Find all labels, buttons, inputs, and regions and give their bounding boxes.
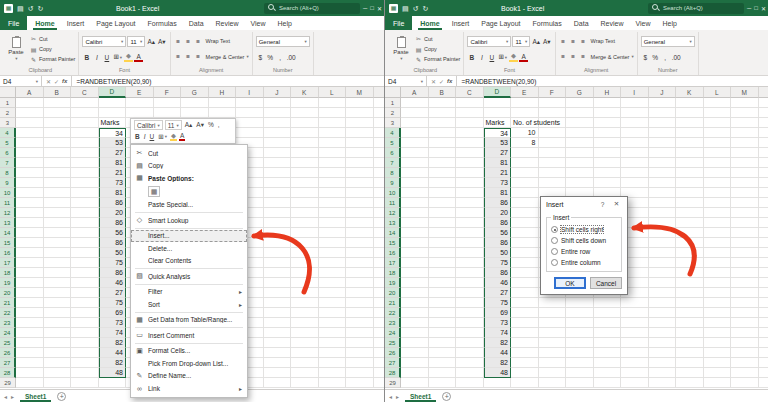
cell-F8[interactable] [539, 168, 567, 178]
cell-A25[interactable] [16, 338, 44, 348]
cell-G9[interactable] [566, 178, 594, 188]
cell-G6[interactable] [566, 148, 594, 158]
cell-L7[interactable] [319, 158, 347, 168]
cell-F2[interactable] [539, 108, 567, 118]
cell-K29[interactable] [676, 378, 704, 388]
cell-E16[interactable] [511, 248, 539, 258]
cell-J16[interactable] [264, 248, 292, 258]
cell-J25[interactable] [649, 338, 677, 348]
cell-H25[interactable] [594, 338, 622, 348]
formula-input[interactable]: =RANDBETWEEN(20,90) [457, 76, 768, 86]
cell-N24[interactable] [759, 328, 768, 338]
cell-M9[interactable] [731, 178, 759, 188]
cell-J23[interactable] [649, 318, 677, 328]
row-header-29[interactable]: 29 [385, 378, 401, 388]
cell-N18[interactable] [374, 268, 385, 278]
cell-B5[interactable] [429, 138, 457, 148]
cell-C28[interactable] [71, 368, 99, 378]
cell-N23[interactable] [759, 318, 768, 328]
cell-M6[interactable] [731, 148, 759, 158]
cell-L14[interactable] [319, 228, 347, 238]
cell-F28[interactable] [539, 368, 567, 378]
cell-J29[interactable] [264, 378, 292, 388]
cell-J8[interactable] [264, 168, 292, 178]
cell-C27[interactable] [71, 358, 99, 368]
cell-C3[interactable] [456, 118, 484, 128]
cell-C24[interactable] [71, 328, 99, 338]
cell-L12[interactable] [319, 208, 347, 218]
cell-A16[interactable] [16, 248, 44, 258]
cell-B22[interactable] [429, 308, 457, 318]
cell-C12[interactable] [456, 208, 484, 218]
cell-A2[interactable] [16, 108, 44, 118]
cell-J10[interactable] [649, 188, 677, 198]
cell-N7[interactable] [759, 158, 768, 168]
cell-H1[interactable] [209, 98, 237, 108]
cell-E21[interactable] [511, 298, 539, 308]
cell-M19[interactable] [731, 278, 759, 288]
cell-K29[interactable] [291, 378, 319, 388]
cell-L3[interactable] [704, 118, 732, 128]
cell-L5[interactable] [704, 138, 732, 148]
cell-C22[interactable] [456, 308, 484, 318]
cell-C22[interactable] [71, 308, 99, 318]
cell-B26[interactable] [44, 348, 72, 358]
cell-I8[interactable] [621, 168, 649, 178]
cell-E8[interactable] [511, 168, 539, 178]
cell-K26[interactable] [291, 348, 319, 358]
cell-D9[interactable]: 73 [484, 178, 512, 188]
cell-L25[interactable] [319, 338, 347, 348]
cell-D10[interactable]: 81 [99, 188, 127, 198]
cell-J5[interactable] [264, 138, 292, 148]
cell-D15[interactable]: 86 [99, 238, 127, 248]
cell-K5[interactable] [676, 138, 704, 148]
ribbon-tab-page-layout[interactable]: Page Layout [475, 16, 526, 30]
column-header-N[interactable]: N [759, 87, 768, 98]
row-header-18[interactable]: 18 [0, 268, 16, 278]
cell-D25[interactable]: 82 [99, 338, 127, 348]
maximize-button[interactable]: □ [754, 5, 758, 12]
cell-A13[interactable] [401, 218, 429, 228]
row-header-1[interactable]: 1 [0, 98, 16, 108]
cell-C18[interactable] [456, 268, 484, 278]
cell-K16[interactable] [291, 248, 319, 258]
copy-button[interactable]: ▤Copy [30, 46, 75, 53]
row-header-22[interactable]: 22 [385, 308, 401, 318]
cell-J3[interactable] [649, 118, 677, 128]
redo-icon[interactable]: ↻ [423, 5, 429, 12]
cell-L2[interactable] [319, 108, 347, 118]
cell-E29[interactable] [511, 378, 539, 388]
percent-style-button[interactable]: % [651, 52, 660, 62]
cell-J21[interactable] [649, 298, 677, 308]
cell-B29[interactable] [44, 378, 72, 388]
cell-M20[interactable] [346, 288, 374, 298]
cell-M16[interactable] [731, 248, 759, 258]
cell-B19[interactable] [44, 278, 72, 288]
cell-K7[interactable] [291, 158, 319, 168]
cell-M3[interactable] [731, 118, 759, 128]
cell-B27[interactable] [44, 358, 72, 368]
cell-B12[interactable] [44, 208, 72, 218]
cell-C7[interactable] [71, 158, 99, 168]
cell-C20[interactable] [71, 288, 99, 298]
cell-D17[interactable]: 75 [484, 258, 512, 268]
cell-L13[interactable] [704, 218, 732, 228]
cell-K11[interactable] [676, 198, 704, 208]
cell-A5[interactable] [16, 138, 44, 148]
cell-C27[interactable] [456, 358, 484, 368]
row-header-9[interactable]: 9 [0, 178, 16, 188]
row-header-26[interactable]: 26 [385, 348, 401, 358]
cell-B25[interactable] [429, 338, 457, 348]
menu-item-define-name[interactable]: ✎Define Name... [131, 370, 247, 383]
menu-item-paste-special[interactable]: Paste Special... [131, 199, 247, 212]
row-header-25[interactable]: 25 [385, 338, 401, 348]
cell-J27[interactable] [264, 358, 292, 368]
cell-A4[interactable] [16, 128, 44, 138]
cancel-entry-icon[interactable]: ✕ [431, 78, 436, 85]
cell-A7[interactable] [16, 158, 44, 168]
menu-item-smart-lookup[interactable]: ◇Smart Lookup [131, 214, 247, 227]
cell-E27[interactable] [511, 358, 539, 368]
cell-I21[interactable] [621, 298, 649, 308]
cell-D21[interactable]: 75 [484, 298, 512, 308]
insert-function-icon[interactable]: fx [447, 78, 452, 84]
